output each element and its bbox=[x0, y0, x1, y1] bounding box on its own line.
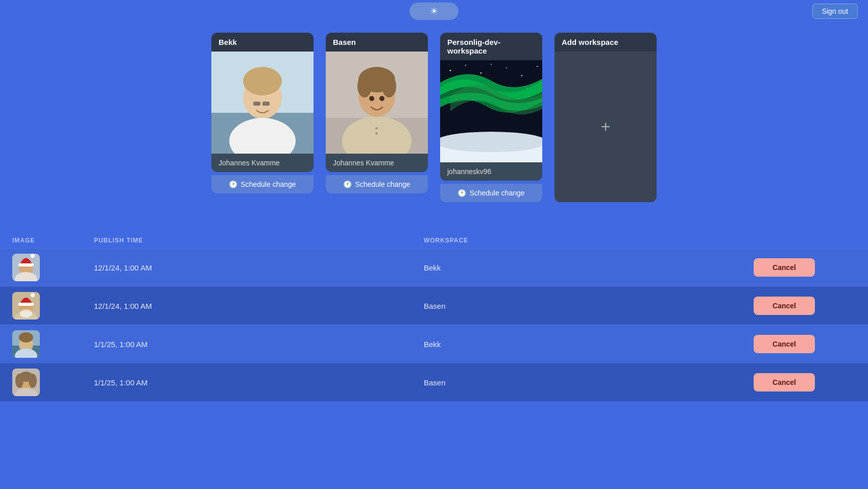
svg-rect-11 bbox=[375, 127, 378, 130]
svg-point-22 bbox=[480, 72, 482, 74]
svg-point-20 bbox=[450, 70, 451, 71]
col-action bbox=[754, 237, 856, 244]
row-image-1 bbox=[12, 254, 40, 281]
thumbnail-2 bbox=[12, 292, 40, 320]
workspace-card-bekk: Bekk bbox=[211, 33, 314, 202]
row-4-workspace: Basen bbox=[424, 378, 754, 387]
workspaces-area: Bekk bbox=[0, 22, 868, 212]
workspace-card-personlig: Personlig-dev-workspace bbox=[440, 33, 542, 202]
svg-rect-12 bbox=[375, 132, 378, 135]
row-1-publish-time: 12/1/24, 1:00 AM bbox=[94, 263, 424, 272]
sun-icon: ☀ bbox=[430, 6, 438, 17]
row-1-actions: Cancel bbox=[754, 258, 856, 277]
svg-point-21 bbox=[465, 65, 466, 66]
bekk-photo bbox=[211, 52, 314, 154]
row-image-3 bbox=[12, 330, 40, 358]
row-1-cancel-button[interactable]: Cancel bbox=[754, 258, 815, 277]
svg-point-23 bbox=[506, 67, 507, 68]
svg-point-24 bbox=[521, 75, 523, 77]
sign-out-button[interactable]: Sign out bbox=[812, 4, 858, 19]
thumbnail-4 bbox=[12, 369, 40, 396]
svg-rect-40 bbox=[18, 303, 34, 306]
row-2-actions: Cancel bbox=[754, 297, 856, 315]
svg-point-52 bbox=[15, 374, 23, 388]
svg-point-47 bbox=[19, 332, 33, 343]
personlig-user-name: johanneskv96 bbox=[440, 162, 542, 181]
row-3-actions: Cancel bbox=[754, 335, 856, 353]
col-workspace: WORKSPACE bbox=[424, 237, 754, 244]
workspace-card-basen: Basen bbox=[326, 33, 428, 202]
bekk-user-name: Johannes Kvamme bbox=[211, 154, 314, 172]
svg-point-17 bbox=[369, 96, 374, 101]
clock-icon-bekk: 🕐 bbox=[229, 180, 237, 188]
personlig-card-title: Personlig-dev-workspace bbox=[440, 33, 542, 60]
row-4-publish-time: 1/1/25, 1:00 AM bbox=[94, 378, 424, 387]
svg-point-31 bbox=[440, 132, 542, 152]
basen-card[interactable]: Basen bbox=[326, 33, 428, 172]
personlig-schedule-change[interactable]: 🕐 Schedule change bbox=[440, 184, 542, 202]
table-row: 1/1/25, 1:00 AM Basen Cancel bbox=[0, 363, 868, 401]
personlig-schedule-label: Schedule change bbox=[469, 189, 524, 197]
basen-schedule-change[interactable]: 🕐 Schedule change bbox=[326, 175, 428, 193]
col-publish-time: PUBLISH TIME bbox=[94, 237, 424, 244]
basen-photo bbox=[326, 52, 428, 154]
basen-card-title: Basen bbox=[326, 33, 428, 52]
bekk-schedule-label: Schedule change bbox=[240, 180, 296, 188]
row-3-publish-time: 1/1/25, 1:00 AM bbox=[94, 340, 424, 349]
svg-point-42 bbox=[20, 309, 32, 317]
row-3-workspace: Bekk bbox=[424, 340, 754, 349]
table-row: 12/1/24, 1:00 AM Bekk Cancel bbox=[0, 248, 868, 286]
clock-icon-personlig: 🕐 bbox=[457, 189, 466, 197]
row-1-workspace: Bekk bbox=[424, 263, 754, 272]
row-image-2 bbox=[12, 292, 40, 320]
row-2-publish-time: 12/1/24, 1:00 AM bbox=[94, 302, 424, 310]
row-3-cancel-button[interactable]: Cancel bbox=[754, 335, 815, 353]
clock-icon-basen: 🕐 bbox=[343, 180, 352, 188]
table-row: 1/1/25, 1:00 AM Bekk Cancel bbox=[0, 325, 868, 363]
svg-point-25 bbox=[537, 66, 538, 67]
row-2-workspace: Basen bbox=[424, 302, 754, 310]
svg-rect-6 bbox=[253, 102, 260, 106]
bekk-card[interactable]: Bekk bbox=[211, 33, 314, 172]
bekk-schedule-change[interactable]: 🕐 Schedule change bbox=[211, 175, 314, 193]
personlig-card[interactable]: Personlig-dev-workspace bbox=[440, 33, 542, 181]
thumbnail-1 bbox=[12, 254, 40, 281]
add-workspace-body[interactable]: + bbox=[554, 52, 657, 202]
svg-point-5 bbox=[243, 67, 282, 95]
add-plus-icon[interactable]: + bbox=[601, 117, 611, 136]
svg-point-41 bbox=[31, 293, 35, 297]
aurora-image bbox=[440, 60, 542, 162]
svg-point-36 bbox=[31, 254, 35, 258]
svg-point-53 bbox=[29, 374, 37, 388]
svg-rect-7 bbox=[262, 102, 270, 106]
svg-point-29 bbox=[491, 64, 492, 65]
row-4-actions: Cancel bbox=[754, 373, 856, 392]
table-row: 12/1/24, 1:00 AM Basen Cancel bbox=[0, 286, 868, 325]
row-image-4 bbox=[12, 369, 40, 396]
header: ☀ Sign out bbox=[0, 0, 868, 22]
svg-point-15 bbox=[357, 75, 372, 97]
svg-point-16 bbox=[382, 75, 396, 97]
basen-user-name: Johannes Kvamme bbox=[326, 154, 428, 172]
row-4-cancel-button[interactable]: Cancel bbox=[754, 373, 815, 392]
add-workspace-card[interactable]: Add workspace + bbox=[554, 33, 657, 202]
svg-point-18 bbox=[379, 96, 384, 101]
col-image: IMAGE bbox=[12, 237, 94, 244]
thumbnail-3 bbox=[12, 330, 40, 358]
bekk-card-title: Bekk bbox=[211, 33, 314, 52]
table-header: IMAGE PUBLISH TIME WORKSPACE bbox=[0, 233, 868, 248]
theme-toggle-area[interactable]: ☀ bbox=[409, 3, 459, 20]
add-workspace-title: Add workspace bbox=[554, 33, 657, 52]
scheduled-changes-table: IMAGE PUBLISH TIME WORKSPACE 12/1/24, 1:… bbox=[0, 233, 868, 401]
svg-rect-35 bbox=[18, 263, 34, 266]
basen-schedule-label: Schedule change bbox=[355, 180, 410, 188]
row-2-cancel-button[interactable]: Cancel bbox=[754, 297, 815, 315]
